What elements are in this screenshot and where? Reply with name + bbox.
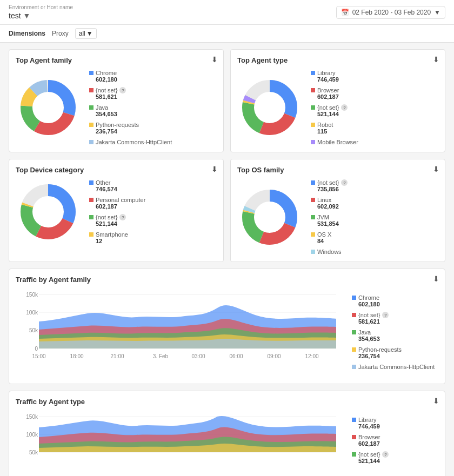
- traffic-agent-type-title: Traffic by Agent type: [16, 398, 438, 406]
- donut-agent-type: [237, 75, 302, 140]
- agent-family-legend: Chrome 602,180 {not set} ? 581,621 Java …: [89, 70, 172, 145]
- top-agent-type-title: Top Agent type: [237, 56, 438, 64]
- top-device-category-title: Top Device category: [16, 166, 217, 174]
- env-value: test: [9, 11, 21, 20]
- svg-text:150k: 150k: [26, 292, 38, 298]
- download-os-btn[interactable]: ⬇: [433, 165, 439, 173]
- date-dropdown-arrow: ▼: [434, 9, 440, 16]
- download-traffic-family-btn[interactable]: ⬇: [433, 274, 439, 283]
- date-range-picker[interactable]: 📅 02 Feb 2020 - 03 Feb 2020 ▼: [336, 6, 445, 19]
- env-label: Environment or Host name: [9, 4, 73, 10]
- top-device-category-card: Top Device category ⬇ Other 746,574: [9, 159, 224, 262]
- svg-text:06:00: 06:00: [229, 353, 243, 359]
- calendar-icon: 📅: [341, 9, 349, 16]
- svg-text:50k: 50k: [29, 327, 38, 333]
- donut-os-family: [237, 185, 302, 250]
- svg-text:03:00: 03:00: [191, 353, 205, 359]
- agent-type-legend: Library 746,459 Browser 602,187 {not set…: [311, 70, 358, 145]
- env-dropdown-arrow[interactable]: ▼: [23, 11, 31, 20]
- all-select[interactable]: all ▼: [75, 28, 97, 39]
- os-family-legend: {not set} ? 735,856 Linux 602,092 JVM 53…: [311, 179, 348, 255]
- download-agent-type-btn[interactable]: ⬇: [433, 55, 439, 64]
- traffic-family-legend: Chrome 602,180 {not set} ? 581,621 Java …: [352, 289, 438, 377]
- download-traffic-type-btn[interactable]: ⬇: [433, 397, 439, 405]
- traffic-agent-family-title: Traffic by Agent family: [16, 276, 438, 284]
- svg-text:18:00: 18:00: [70, 353, 83, 359]
- svg-point-19: [33, 197, 63, 227]
- donut-device-category: [16, 179, 81, 244]
- download-device-btn[interactable]: ⬇: [211, 165, 218, 173]
- header: Environment or Host name test ▼ 📅 02 Feb…: [0, 0, 454, 43]
- svg-text:50k: 50k: [29, 450, 38, 455]
- traffic-agent-family-card: Traffic by Agent family ⬇ 150k 100k 50k …: [9, 269, 445, 384]
- top-agent-family-card: Top Agent family ⬇: [9, 49, 224, 152]
- dimensions-label: Dimensions: [9, 30, 45, 37]
- svg-text:100k: 100k: [26, 432, 38, 438]
- svg-text:21:00: 21:00: [110, 353, 124, 359]
- proxy-label: Proxy: [52, 30, 69, 37]
- traffic-agent-type-card: Traffic by Agent type ⬇ 150k 100k 50k: [9, 391, 445, 476]
- svg-point-6: [33, 92, 63, 123]
- traffic-type-legend: Library 746,459 Browser 602,187 {not set…: [352, 411, 438, 476]
- download-agent-family-btn[interactable]: ⬇: [211, 55, 218, 64]
- svg-text:150k: 150k: [26, 414, 38, 420]
- svg-point-13: [255, 92, 285, 123]
- all-dropdown-arrow: ▼: [86, 30, 93, 37]
- svg-text:0: 0: [35, 346, 38, 352]
- traffic-type-chart: 150k 100k 50k: [16, 411, 343, 476]
- traffic-family-chart: 150k 100k 50k 0 1: [16, 289, 343, 376]
- device-category-legend: Other 746,574 Personal computer 602,187 …: [89, 179, 145, 244]
- date-range-text: 02 Feb 2020 - 03 Feb 2020: [352, 9, 431, 16]
- svg-text:12:00: 12:00: [305, 353, 318, 359]
- svg-text:100k: 100k: [26, 310, 38, 316]
- svg-text:15:00: 15:00: [32, 353, 45, 359]
- svg-point-26: [255, 202, 285, 232]
- top-os-family-card: Top OS family ⬇ {not set} ? 735,856: [230, 159, 445, 262]
- top-agent-family-title: Top Agent family: [16, 56, 217, 64]
- svg-text:09:00: 09:00: [267, 353, 281, 359]
- top-os-family-title: Top OS family: [237, 166, 438, 174]
- donut-agent-family: [16, 75, 81, 140]
- svg-text:3. Feb: 3. Feb: [153, 353, 169, 359]
- top-agent-type-card: Top Agent type ⬇ Library 746,459: [230, 49, 445, 152]
